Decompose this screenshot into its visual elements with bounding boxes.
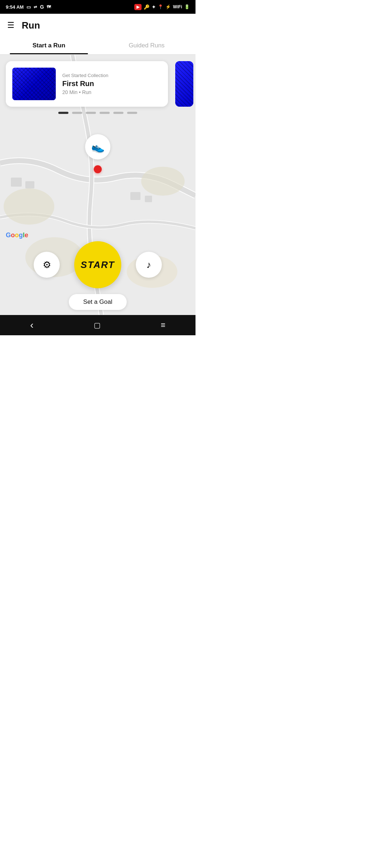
dot-2 [72,112,82,114]
top-bar: ☰ Run [0,14,196,37]
featured-card[interactable]: Get Started Collection First Run 20 Min … [6,61,168,107]
flash-icon: ⚡ [165,4,171,9]
shoe-button[interactable]: 👟 [85,134,110,159]
status-right: ▶ 🔑 ✦ 📍 ⚡ WiFi 🔋 [134,4,190,10]
back-button[interactable]: ‹ [21,316,42,335]
settings-icon: ⚙ [43,259,51,271]
location-dot [94,165,102,173]
battery-icon: 🔋 [184,4,190,9]
card-info: Get Started Collection First Run 20 Min … [62,73,161,95]
svg-rect-7 [130,192,140,200]
google-icon: G [40,4,44,10]
cast-icon: ⇌ [34,5,37,9]
music-icon: ♪ [147,259,151,271]
bottom-controls: ⚙ START ♪ Set a Goal [0,241,196,315]
svg-rect-8 [145,196,152,202]
video-icon: ▭ [26,4,31,10]
shoe-icon: 👟 [91,141,105,153]
dot-3 [86,112,96,114]
carousel-dots [0,112,196,114]
dot-6 [127,112,137,114]
controls-row: ⚙ START ♪ [34,241,162,288]
google-watermark: Google [6,231,28,239]
tab-start-a-run[interactable]: Start a Run [0,37,98,54]
card-image [12,68,56,100]
nav-bar: ‹ ▢ ≡ [0,315,196,335]
key-icon: 🔑 [144,4,150,10]
tab-guided-runs[interactable]: Guided Runs [98,37,196,54]
dot-1 [58,112,68,114]
app-title: Run [22,20,40,31]
card-carousel: Get Started Collection First Run 20 Min … [0,61,196,107]
home-button[interactable]: ▢ [85,317,109,333]
start-button[interactable]: START [74,241,121,288]
card-collection: Get Started Collection [62,73,161,78]
wifi-icon: WiFi [173,4,182,9]
music-button[interactable]: ♪ [136,252,162,278]
location-icon: 📍 [158,4,163,9]
dot-5 [113,112,123,114]
tab-bar: Start a Run Guided Runs [0,37,196,55]
bluetooth-icon: ✦ [152,4,156,10]
dot-4 [100,112,110,114]
camera-record-icon: ▶ [134,4,142,10]
card-title: First Run [62,80,161,88]
map-area[interactable]: Get Started Collection First Run 20 Min … [0,55,196,315]
svg-rect-5 [11,178,22,187]
start-label: START [81,259,115,271]
time-display: 9:54 AM [6,4,24,10]
card-meta: 20 Min • Run [62,89,161,95]
svg-rect-6 [25,181,34,188]
svg-point-2 [141,167,185,196]
settings-button[interactable]: ⚙ [34,252,60,278]
maps-icon: 🗺 [47,5,51,9]
status-bar: 9:54 AM ▭ ⇌ G 🗺 ▶ 🔑 ✦ 📍 ⚡ WiFi 🔋 [0,0,196,14]
menu-button[interactable]: ☰ [7,21,14,30]
svg-point-1 [4,188,54,225]
set-goal-button[interactable]: Set a Goal [69,294,127,310]
recents-button[interactable]: ≡ [152,317,174,333]
status-left: 9:54 AM ▭ ⇌ G 🗺 [6,4,51,10]
